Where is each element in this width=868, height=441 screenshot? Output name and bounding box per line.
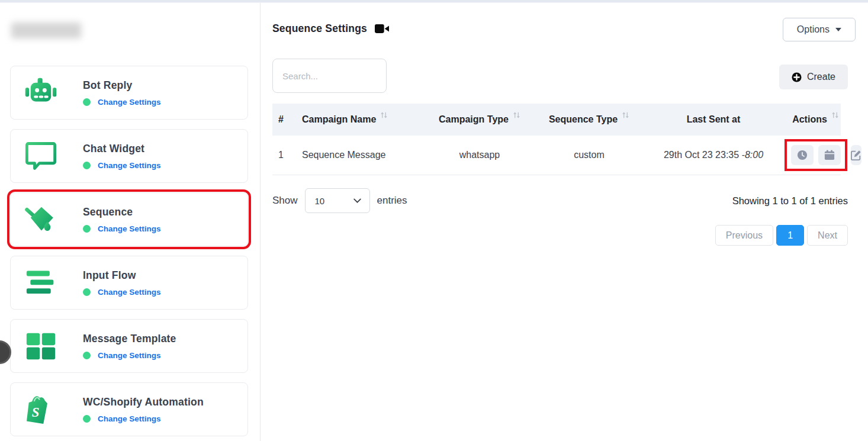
- change-settings-link[interactable]: Change Settings: [98, 351, 161, 360]
- robot-icon: [24, 76, 58, 110]
- highlight-red-box: [785, 139, 847, 171]
- paint-bucket-icon: [24, 202, 58, 237]
- page-size-value: 10: [315, 196, 325, 206]
- app-logo: [11, 22, 81, 38]
- schedule-clock-button[interactable]: [791, 145, 814, 165]
- sidebar-item-label: Message Template: [83, 333, 176, 345]
- plus-circle-icon: [792, 72, 802, 82]
- sort-icon[interactable]: [622, 111, 629, 121]
- video-camera-icon[interactable]: [375, 24, 389, 34]
- column-header-last-sent-at[interactable]: Last Sent at: [642, 114, 785, 125]
- clock-icon: [797, 150, 808, 160]
- column-header-actions[interactable]: Actions: [785, 114, 847, 125]
- sort-icon[interactable]: [831, 111, 839, 121]
- table-header-row: # Campaign Name Campaign Type: [272, 104, 841, 136]
- status-dot: [83, 162, 91, 169]
- chat-bubble-icon: [24, 139, 58, 173]
- sidebar-item-label: Bot Reply: [83, 79, 161, 92]
- current-page-button[interactable]: 1: [776, 225, 804, 246]
- status-dot: [83, 352, 91, 359]
- options-button-label: Options: [797, 24, 830, 35]
- sort-icon[interactable]: [513, 111, 520, 121]
- campaign-name-cell: Sequence Message: [302, 150, 423, 160]
- shopify-bag-icon: S: [24, 392, 58, 427]
- calendar-button[interactable]: [818, 145, 841, 165]
- calendar-icon: [824, 150, 835, 160]
- pagination: Previous 1 Next: [715, 225, 848, 246]
- column-header-campaign-type[interactable]: Campaign Type: [423, 114, 536, 125]
- sidebar-item-wc-shopify-automation[interactable]: S WC/Shopify Automation Change Settings: [10, 382, 248, 436]
- change-settings-link[interactable]: Change Settings: [98, 224, 161, 233]
- chevron-down-icon: [835, 28, 841, 31]
- edit-button[interactable]: [851, 145, 861, 165]
- list-bars-icon: [24, 266, 58, 300]
- change-settings-link[interactable]: Change Settings: [98, 288, 161, 297]
- sidebar-item-message-template[interactable]: Message Template Change Settings: [10, 319, 248, 373]
- sidebar-item-label: Sequence: [83, 206, 161, 218]
- status-dot: [83, 288, 91, 296]
- svg-text:S: S: [32, 404, 40, 419]
- sequence-type-cell: custom: [536, 150, 642, 160]
- sidebar-item-input-flow[interactable]: Input Flow Change Settings: [10, 256, 248, 310]
- previous-page-button[interactable]: Previous: [715, 225, 773, 246]
- row-index: 1: [278, 150, 302, 160]
- status-dot: [83, 98, 91, 106]
- sequence-table: # Campaign Name Campaign Type: [272, 104, 841, 175]
- create-button[interactable]: Create: [779, 65, 848, 89]
- timezone-offset: -8:00: [742, 150, 763, 160]
- create-button-label: Create: [807, 72, 835, 82]
- entries-label: entries: [377, 195, 407, 207]
- table-row: 1 Sequence Message whatsapp custom 29th …: [272, 136, 841, 175]
- last-sent-at-cell: 29th Oct 23 23:35 -8:00: [642, 150, 785, 160]
- sidebar-item-label: WC/Shopify Automation: [83, 396, 204, 408]
- sort-icon[interactable]: [380, 111, 388, 121]
- change-settings-link[interactable]: Change Settings: [98, 161, 161, 170]
- status-dot: [83, 225, 91, 233]
- status-dot: [83, 415, 91, 423]
- grid-icon: [24, 329, 58, 363]
- actions-cell: [785, 139, 847, 171]
- change-settings-link[interactable]: Change Settings: [98, 414, 161, 423]
- main-content: Sequence Settings Options: [261, 3, 868, 441]
- change-settings-link[interactable]: Change Settings: [98, 98, 161, 107]
- campaign-type-cell: whatsapp: [423, 150, 536, 160]
- next-page-button[interactable]: Next: [807, 225, 848, 246]
- showing-entries-text: Showing 1 to 1 of 1 entries: [732, 195, 848, 207]
- sidebar-item-bot-reply[interactable]: Bot Reply Change Settings: [10, 66, 248, 120]
- column-header-index: #: [278, 114, 302, 125]
- page-title: Sequence Settings: [272, 22, 367, 35]
- page-size-select[interactable]: 10: [305, 188, 370, 213]
- column-header-sequence-type[interactable]: Sequence Type: [536, 114, 642, 125]
- sidebar-item-label: Chat Widget: [83, 143, 161, 155]
- sidebar-item-sequence[interactable]: Sequence Change Settings: [10, 192, 248, 246]
- sidebar-item-chat-widget[interactable]: Chat Widget Change Settings: [10, 129, 248, 183]
- show-label: Show: [272, 195, 298, 207]
- search-input[interactable]: [272, 59, 387, 93]
- column-header-campaign-name[interactable]: Campaign Name: [302, 114, 423, 125]
- sidebar-item-label: Input Flow: [83, 269, 161, 282]
- edit-icon: [851, 150, 861, 160]
- options-button[interactable]: Options: [783, 18, 856, 41]
- sidebar: Bot Reply Change Settings Chat Widget: [0, 3, 261, 441]
- chevron-down-icon: [353, 198, 361, 203]
